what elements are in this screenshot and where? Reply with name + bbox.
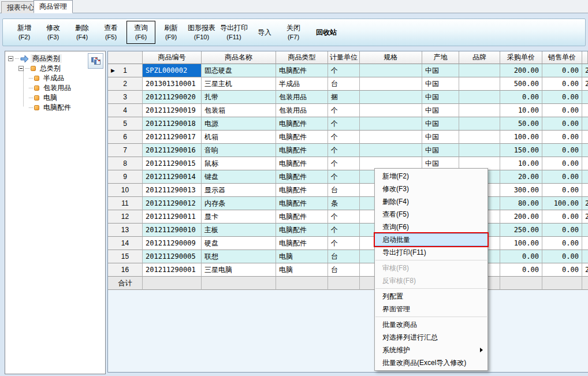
cell-name[interactable]: 鼠标	[202, 157, 276, 170]
cell-code[interactable]: 201211290017	[143, 131, 202, 144]
cell-origin[interactable]: 中国	[422, 91, 459, 104]
cell-spec[interactable]	[360, 64, 422, 77]
cell-unit[interactable]: 捆	[328, 91, 360, 104]
cell-sell[interactable]: 0.00	[542, 144, 582, 157]
cell-type[interactable]: 包装用品	[276, 91, 328, 104]
cell-buy[interactable]: 100.00	[500, 237, 542, 250]
cell-type[interactable]: 半成品	[276, 77, 328, 91]
row-number[interactable]: 16	[108, 263, 143, 277]
cell-spec[interactable]	[360, 117, 422, 131]
cell-type[interactable]: 电脑配件	[276, 157, 328, 170]
table-row[interactable]: 13201211290010主板电脑配件个250.000.00	[108, 224, 588, 237]
cell-name[interactable]: 显卡	[202, 210, 276, 224]
cell-unit[interactable]: 个	[328, 224, 360, 237]
row-number[interactable]: 10	[108, 184, 143, 197]
cell-unit[interactable]: 个	[328, 104, 360, 117]
cell-buy[interactable]: 0.00	[500, 250, 542, 263]
cell-code[interactable]: 201211290020	[143, 91, 202, 104]
cell-unit[interactable]: 台	[328, 250, 360, 263]
cell-sell[interactable]: 100.00	[542, 197, 582, 210]
cell-origin[interactable]: 中国	[422, 144, 459, 157]
menu-item-column-config[interactable]: 列配置	[375, 290, 487, 303]
cell-name[interactable]: 机箱	[202, 131, 276, 144]
table-row[interactable]: 4201211290019包装箱包装用品个中国10.000.00	[108, 104, 588, 117]
cell-sell[interactable]: 0.00	[542, 224, 582, 237]
menu-item-ui-manage[interactable]: 界面管理	[375, 303, 487, 315]
table-row[interactable]: 10201211290013显示器电脑配件台300.000.00	[108, 184, 588, 197]
cell-type[interactable]: 包装用品	[276, 104, 328, 117]
cell-type[interactable]: 电脑配件	[276, 184, 328, 197]
cell-code[interactable]: 201211290011	[143, 210, 202, 224]
table-row[interactable]: 12201211290011显卡电脑配件个200.000.002	[108, 210, 588, 224]
cell-origin[interactable]: 中国	[422, 64, 459, 77]
row-number[interactable]: 3	[108, 91, 143, 104]
cell-buy[interactable]: 100.00	[500, 131, 542, 144]
cell-code[interactable]: 201301310001	[143, 77, 202, 91]
toolbar-button-new[interactable]: 新增(F2)	[10, 21, 39, 43]
cell-code[interactable]: 201211290010	[143, 224, 202, 237]
cell-buy[interactable]: 0.00	[500, 263, 542, 277]
menu-item-batch-edit-product[interactable]: 批量改商品	[375, 318, 487, 331]
cell-buy[interactable]: 10.00	[500, 104, 542, 117]
table-row[interactable]: 9201211290014键盘电脑配件个20.000.00	[108, 170, 588, 184]
table-row[interactable]: 11201211290012内存条电脑配件条80.00100.002	[108, 197, 588, 210]
tree-node-computer[interactable]: 电脑	[6, 93, 105, 103]
cell-name[interactable]: 显示器	[202, 184, 276, 197]
cell-sell[interactable]: 0.00	[542, 263, 582, 277]
menu-item-export-print[interactable]: 导出打印(F11)	[375, 246, 487, 259]
cell-unit[interactable]: 条	[328, 197, 360, 210]
row-number[interactable]: 6	[108, 131, 143, 144]
cell-name[interactable]: 固态硬盘	[202, 64, 276, 77]
cell-code[interactable]: 201211290001	[143, 263, 202, 277]
menu-item-query[interactable]: 查询(F6)	[375, 221, 487, 233]
table-row[interactable]: 1▶SPZL000002固态硬盘电脑配件个中国200.000.002	[108, 64, 588, 77]
menu-item-new[interactable]: 新增(F2)	[375, 170, 487, 183]
menu-item-start-batch[interactable]: 启动批量	[375, 233, 487, 246]
tree-layout-button[interactable]	[88, 53, 103, 69]
column-header[interactable]: 商品编号	[143, 51, 202, 64]
cell-unit[interactable]: 个	[328, 117, 360, 131]
cell-unit[interactable]: 个	[328, 131, 360, 144]
cell-name[interactable]: 音响	[202, 144, 276, 157]
cell-unit[interactable]: 个	[328, 170, 360, 184]
column-header[interactable]: 商品类型	[276, 51, 328, 64]
cell-origin[interactable]: 中国	[422, 104, 459, 117]
cell-type[interactable]: 电脑配件	[276, 144, 328, 157]
cell-unit[interactable]: 台	[328, 184, 360, 197]
table-row[interactable]: 3201211290020扎带包装用品捆中国0.000.00	[108, 91, 588, 104]
cell-spec[interactable]	[360, 91, 422, 104]
cell-name[interactable]: 键盘	[202, 170, 276, 184]
cell-brand[interactable]	[459, 64, 500, 77]
menu-item-system-maintain[interactable]: 系统维护	[375, 344, 487, 356]
menu-item-batch-edit-product-excel[interactable]: 批量改商品(Excel导入修改)	[375, 356, 487, 369]
row-number[interactable]: 7	[108, 144, 143, 157]
toolbar-button-graph-report[interactable]: 图形报表(F10)	[185, 21, 218, 43]
cell-buy[interactable]: 20.00	[500, 170, 542, 184]
cell-unit[interactable]: 个	[328, 64, 360, 77]
cell-code[interactable]: 201211290009	[143, 237, 202, 250]
cell-buy[interactable]: 200.00	[500, 210, 542, 224]
cell-type[interactable]: 电脑配件	[276, 131, 328, 144]
cell-brand[interactable]	[459, 131, 500, 144]
cell-buy[interactable]: 500.00	[500, 77, 542, 91]
recycle-bin-link[interactable]: 回收站	[316, 28, 337, 38]
table-row[interactable]: 15201211290005联想电脑台0.000.00	[108, 250, 588, 263]
toolbar-button-edit[interactable]: 修改(F3)	[39, 21, 68, 43]
cell-code[interactable]: 201211290016	[143, 144, 202, 157]
cell-name[interactable]: 电源	[202, 117, 276, 131]
cell-name[interactable]: 扎带	[202, 91, 276, 104]
cell-name[interactable]: 硬盘	[202, 237, 276, 250]
cell-sell[interactable]: 0.00	[542, 117, 582, 131]
cell-name[interactable]: 三星电脑	[202, 263, 276, 277]
cell-buy[interactable]: 250.00	[500, 224, 542, 237]
table-row[interactable]: 5201211290018电源电脑配件个中国50.000.00	[108, 117, 588, 131]
row-number[interactable]: 9	[108, 170, 143, 184]
column-header[interactable]: 商品名称	[202, 51, 276, 64]
cell-unit[interactable]: 台	[328, 263, 360, 277]
table-row[interactable]: 14201211290009硬盘电脑配件个100.000.00	[108, 237, 588, 250]
cell-brand[interactable]	[459, 77, 500, 91]
row-number[interactable]: 12	[108, 210, 143, 224]
column-header[interactable]: 产地	[422, 51, 459, 64]
cell-sell[interactable]: 0.00	[542, 104, 582, 117]
cell-code[interactable]: SPZL000002	[143, 64, 202, 77]
